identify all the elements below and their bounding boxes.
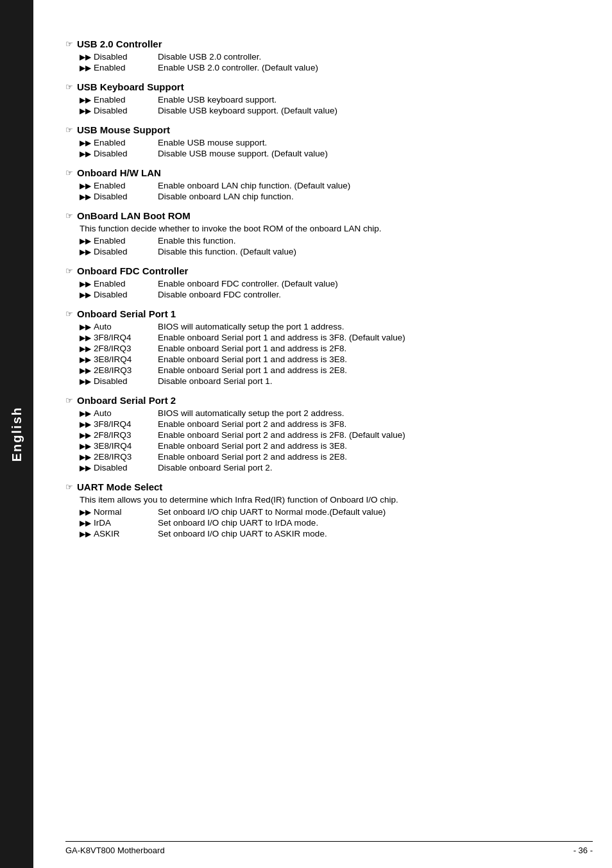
option-value-usb-keyboard-support-0: Enable USB keyboard support.: [158, 95, 276, 104]
option-row-onboard-serial-port-1-5: ▶▶DisabledDisable onboard Serial port 1.: [80, 376, 580, 386]
option-value-uart-mode-select-0: Set onboard I/O chip UART to Normal mode…: [158, 507, 386, 517]
section-desc-onboard-lan-boot-rom: This function decide whether to invoke t…: [80, 224, 580, 233]
section-header-onboard-lan-boot-rom: ☞OnBoard LAN Boot ROM: [65, 210, 580, 221]
section-header-usb-mouse-support: ☞USB Mouse Support: [65, 124, 580, 135]
option-row-onboard-lan-boot-rom-0: ▶▶EnabledEnable this function.: [80, 236, 580, 246]
option-bullet-icon: ▶▶: [80, 463, 91, 472]
option-bullet-icon: ▶▶: [80, 138, 91, 147]
section-title-uart-mode-select: UART Mode Select: [77, 481, 162, 492]
section-title-onboard-serial-port-1: Onboard Serial Port 1: [77, 308, 176, 319]
option-bullet-icon: ▶▶: [80, 333, 91, 342]
option-key-onboard-lan-boot-rom-0: Enabled: [94, 236, 158, 246]
section-title-onboard-fdc-controller: Onboard FDC Controller: [77, 265, 188, 276]
sidebar: English: [0, 0, 33, 868]
option-value-usb-mouse-support-0: Enable USB mouse support.: [158, 138, 267, 147]
option-value-onboard-serial-port-2-5: Disable onboard Serial port 2.: [158, 463, 273, 472]
section-icon-onboard-fdc-controller: ☞: [65, 266, 73, 276]
option-value-onboard-serial-port-1-0: BIOS will automatically setup the port 1…: [158, 322, 344, 331]
option-row-usb-20-controller-1: ▶▶EnabledEnable USB 2.0 controller. (Def…: [80, 63, 580, 72]
option-key-onboard-serial-port-2-2: 2F8/IRQ3: [94, 430, 158, 440]
option-value-onboard-hw-lan-1: Disable onboard LAN chip function.: [158, 192, 294, 201]
option-value-onboard-lan-boot-rom-0: Enable this function.: [158, 236, 236, 246]
section-onboard-serial-port-2: ☞Onboard Serial Port 2▶▶AutoBIOS will au…: [65, 395, 580, 472]
option-key-onboard-serial-port-2-0: Auto: [94, 408, 158, 418]
option-bullet-icon: ▶▶: [80, 408, 91, 418]
option-key-onboard-lan-boot-rom-1: Disabled: [94, 247, 158, 256]
option-row-onboard-hw-lan-1: ▶▶DisabledDisable onboard LAN chip funct…: [80, 192, 580, 201]
option-row-onboard-serial-port-2-4: ▶▶2E8/IRQ3Enable onboard Serial port 2 a…: [80, 452, 580, 462]
option-row-usb-keyboard-support-1: ▶▶DisabledDisable USB keyboard support. …: [80, 106, 580, 115]
option-row-onboard-lan-boot-rom-1: ▶▶DisabledDisable this function. (Defaul…: [80, 247, 580, 256]
section-header-uart-mode-select: ☞UART Mode Select: [65, 481, 580, 492]
option-value-uart-mode-select-2: Set onboard I/O chip UART to ASKIR mode.: [158, 529, 327, 538]
option-key-onboard-serial-port-1-3: 3E8/IRQ4: [94, 355, 158, 364]
option-row-onboard-serial-port-2-3: ▶▶3E8/IRQ4Enable onboard Serial port 2 a…: [80, 441, 580, 451]
option-row-onboard-serial-port-1-1: ▶▶3F8/IRQ4Enable onboard Serial port 1 a…: [80, 333, 580, 342]
footer: GA-K8VT800 Motherboard - 36 -: [65, 841, 593, 855]
option-row-usb-mouse-support-0: ▶▶EnabledEnable USB mouse support.: [80, 138, 580, 147]
section-onboard-serial-port-1: ☞Onboard Serial Port 1▶▶AutoBIOS will au…: [65, 308, 580, 386]
option-key-onboard-serial-port-1-2: 2F8/IRQ3: [94, 344, 158, 353]
option-key-uart-mode-select-0: Normal: [94, 507, 158, 517]
content-area: ☞USB 2.0 Controller▶▶DisabledDisable USB…: [33, 0, 612, 868]
section-title-onboard-serial-port-2: Onboard Serial Port 2: [77, 395, 176, 406]
option-value-onboard-serial-port-2-4: Enable onboard Serial port 2 and address…: [158, 452, 347, 462]
option-row-uart-mode-select-0: ▶▶NormalSet onboard I/O chip UART to Nor…: [80, 507, 580, 517]
option-row-onboard-fdc-controller-0: ▶▶EnabledEnable onboard FDC controller. …: [80, 279, 580, 288]
option-value-uart-mode-select-1: Set onboard I/O chip UART to IrDA mode.: [158, 518, 318, 528]
option-value-usb-mouse-support-1: Disable USB mouse support. (Default valu…: [158, 149, 328, 158]
sections-container: ☞USB 2.0 Controller▶▶DisabledDisable USB…: [65, 38, 580, 538]
option-bullet-icon: ▶▶: [80, 192, 91, 201]
option-bullet-icon: ▶▶: [80, 279, 91, 288]
footer-left: GA-K8VT800 Motherboard: [65, 846, 165, 855]
option-value-onboard-serial-port-2-2: Enable onboard Serial port 2 and address…: [158, 430, 405, 440]
section-icon-onboard-serial-port-2: ☞: [65, 396, 73, 405]
section-icon-usb-20-controller: ☞: [65, 39, 73, 49]
option-row-onboard-serial-port-1-4: ▶▶2E8/IRQ3Enable onboard Serial port 1 a…: [80, 365, 580, 375]
section-header-onboard-serial-port-1: ☞Onboard Serial Port 1: [65, 308, 580, 319]
sidebar-label: English: [10, 406, 24, 462]
option-value-onboard-serial-port-2-1: Enable onboard Serial port 2 and address…: [158, 419, 346, 429]
option-row-usb-keyboard-support-0: ▶▶EnabledEnable USB keyboard support.: [80, 95, 580, 104]
option-row-usb-20-controller-0: ▶▶DisabledDisable USB 2.0 controller.: [80, 52, 580, 62]
option-row-onboard-serial-port-2-2: ▶▶2F8/IRQ3Enable onboard Serial port 2 a…: [80, 430, 580, 440]
option-bullet-icon: ▶▶: [80, 441, 91, 451]
option-key-onboard-serial-port-2-3: 3E8/IRQ4: [94, 441, 158, 451]
option-row-uart-mode-select-1: ▶▶IrDASet onboard I/O chip UART to IrDA …: [80, 518, 580, 528]
option-row-usb-mouse-support-1: ▶▶DisabledDisable USB mouse support. (De…: [80, 149, 580, 158]
option-key-usb-mouse-support-0: Enabled: [94, 138, 158, 147]
option-bullet-icon: ▶▶: [80, 419, 91, 429]
option-bullet-icon: ▶▶: [80, 236, 91, 246]
section-usb-mouse-support: ☞USB Mouse Support▶▶EnabledEnable USB mo…: [65, 124, 580, 158]
option-bullet-icon: ▶▶: [80, 376, 91, 386]
section-title-usb-keyboard-support: USB Keyboard Support: [77, 81, 184, 92]
option-row-onboard-fdc-controller-1: ▶▶DisabledDisable onboard FDC controller…: [80, 290, 580, 299]
page-wrapper: English ☞USB 2.0 Controller▶▶DisabledDis…: [0, 0, 612, 868]
section-usb-20-controller: ☞USB 2.0 Controller▶▶DisabledDisable USB…: [65, 38, 580, 72]
option-value-onboard-hw-lan-0: Enable onboard LAN chip function. (Defau…: [158, 181, 350, 190]
option-value-onboard-serial-port-1-2: Enable onboard Serial port 1 and address…: [158, 344, 346, 353]
section-header-onboard-fdc-controller: ☞Onboard FDC Controller: [65, 265, 580, 276]
option-row-onboard-serial-port-2-5: ▶▶DisabledDisable onboard Serial port 2.: [80, 463, 580, 472]
option-key-usb-keyboard-support-1: Disabled: [94, 106, 158, 115]
option-key-uart-mode-select-1: IrDA: [94, 518, 158, 528]
option-value-onboard-fdc-controller-1: Disable onboard FDC controller.: [158, 290, 281, 299]
option-row-onboard-serial-port-1-0: ▶▶AutoBIOS will automatically setup the …: [80, 322, 580, 331]
option-bullet-icon: ▶▶: [80, 149, 91, 158]
option-key-usb-20-controller-0: Disabled: [94, 52, 158, 62]
option-row-onboard-serial-port-2-1: ▶▶3F8/IRQ4Enable onboard Serial port 2 a…: [80, 419, 580, 429]
option-value-usb-20-controller-0: Disable USB 2.0 controller.: [158, 52, 261, 62]
option-bullet-icon: ▶▶: [80, 95, 91, 104]
option-value-usb-20-controller-1: Enable USB 2.0 controller. (Default valu…: [158, 63, 318, 72]
option-value-onboard-serial-port-1-4: Enable onboard Serial port 1 and address…: [158, 365, 347, 375]
section-icon-onboard-serial-port-1: ☞: [65, 309, 73, 319]
section-icon-usb-keyboard-support: ☞: [65, 82, 73, 92]
section-header-usb-20-controller: ☞USB 2.0 Controller: [65, 38, 580, 49]
option-value-onboard-serial-port-1-3: Enable onboard Serial port 1 and address…: [158, 355, 347, 364]
section-title-onboard-lan-boot-rom: OnBoard LAN Boot ROM: [77, 210, 191, 221]
option-key-onboard-serial-port-2-5: Disabled: [94, 463, 158, 472]
option-bullet-icon: ▶▶: [80, 247, 91, 256]
section-usb-keyboard-support: ☞USB Keyboard Support▶▶EnabledEnable USB…: [65, 81, 580, 115]
section-title-usb-mouse-support: USB Mouse Support: [77, 124, 170, 135]
option-key-onboard-hw-lan-1: Disabled: [94, 192, 158, 201]
